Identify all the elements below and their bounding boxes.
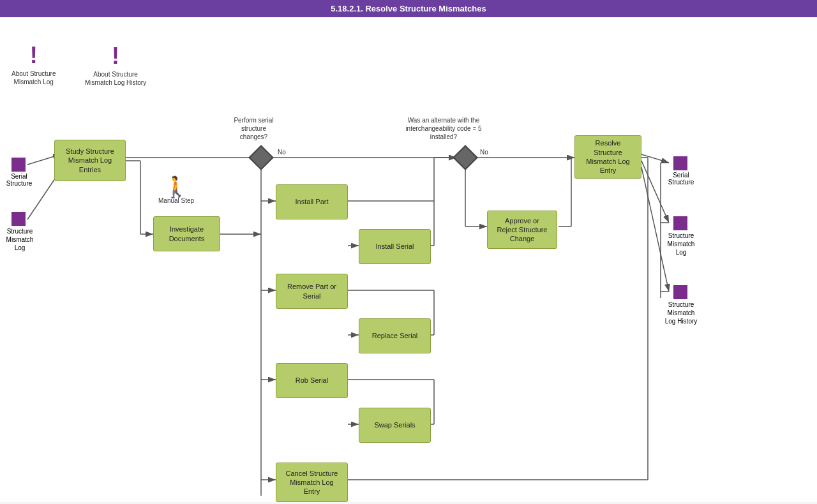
cancel-structure-label: Cancel StructureMismatch LogEntry (286, 469, 338, 496)
exclamation-icon-1: ! (11, 44, 56, 67)
about-mismatch-log-legend: ! About StructureMismatch Log (11, 44, 56, 86)
no-label-2: No (480, 149, 488, 156)
structure-mismatch-log-1-node (11, 212, 26, 226)
manual-step-label: Manual Step (158, 197, 194, 204)
cancel-structure-box[interactable]: Cancel StructureMismatch LogEntry (276, 463, 348, 502)
install-part-box[interactable]: Install Part (276, 184, 348, 219)
structure-mismatch-history-node (673, 285, 687, 299)
title-bar: 5.18.2.1. Resolve Structure Mismatches (0, 0, 817, 17)
remove-part-serial-box[interactable]: Remove Part orSerial (276, 274, 348, 309)
rob-serial-box[interactable]: Rob Serial (276, 363, 348, 398)
study-mismatch-label: Study StructureMismatch LogEntries (66, 147, 114, 174)
install-serial-box[interactable]: Install Serial (359, 229, 431, 264)
page-title: 5.18.2.1. Resolve Structure Mismatches (331, 4, 486, 13)
svg-line-31 (641, 154, 669, 163)
structure-mismatch-log-1-label: StructureMismatchLog (1, 227, 38, 252)
install-serial-label: Install Serial (376, 242, 414, 251)
alternate-q-label: Was an alternate with theinterchangeabil… (393, 116, 495, 141)
about-mismatch-log-label: About StructureMismatch Log (11, 70, 56, 86)
install-part-label: Install Part (296, 197, 329, 206)
swap-serials-label: Swap Serials (374, 420, 415, 429)
resolve-entry-label: ResolveStructureMismatch LogEntry (586, 138, 629, 175)
serial-structure-2-node (673, 156, 687, 170)
approve-reject-box[interactable]: Approve orReject StructureChange (487, 211, 557, 249)
no-label-1: No (278, 149, 286, 156)
serial-structure-1-label: SerialStructure (3, 173, 35, 187)
svg-line-32 (641, 161, 669, 223)
remove-part-serial-label: Remove Part orSerial (287, 282, 336, 300)
structure-mismatch-log-2-label: StructureMismatchLog (663, 232, 700, 256)
investigate-docs-box[interactable]: InvestigateDocuments (153, 216, 220, 251)
manual-step: 🚶 Manual Step (158, 177, 194, 204)
structure-mismatch-log-2-node (673, 216, 687, 230)
approve-reject-label: Approve orReject StructureChange (497, 216, 548, 244)
investigate-docs-label: InvestigateDocuments (169, 225, 205, 243)
replace-serial-label: Replace Serial (372, 331, 418, 340)
about-mismatch-log-history-label: About StructureMismatch Log History (85, 70, 146, 87)
serial-structure-1-node (11, 158, 26, 172)
decision-1 (248, 145, 274, 170)
serial-structure-2-label: SerialStructure (665, 172, 697, 186)
swap-serials-box[interactable]: Swap Serials (359, 408, 431, 443)
structure-mismatch-history-label: StructureMismatchLog History (663, 300, 700, 325)
about-mismatch-log-history-legend: ! About StructureMismatch Log History (85, 45, 146, 87)
rob-serial-label: Rob Serial (296, 376, 328, 385)
diagram-area: No (0, 17, 817, 502)
svg-line-33 (641, 167, 669, 292)
resolve-entry-box[interactable]: ResolveStructureMismatch LogEntry (574, 135, 641, 179)
perform-serial-q-label: Perform serialstructurechanges? (227, 116, 281, 141)
replace-serial-box[interactable]: Replace Serial (359, 318, 431, 353)
study-mismatch-box[interactable]: Study StructureMismatch LogEntries (54, 140, 126, 181)
decision-2 (453, 145, 478, 170)
person-icon: 🚶 (158, 177, 194, 197)
exclamation-icon-2: ! (85, 45, 146, 68)
